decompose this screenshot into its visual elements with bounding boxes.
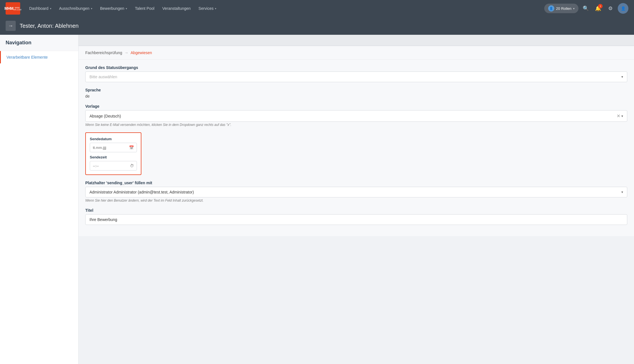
arrow-icon: →	[8, 23, 13, 29]
field-sending-user: Platzhalter 'sending_user' füllen mit Ad…	[85, 181, 627, 202]
field-sprache: Sprache de	[85, 88, 627, 98]
form-body: Grund des Statusübergangs Bitte auswähle…	[79, 60, 634, 236]
sidebar-item-verarbeitbare-elemente[interactable]: Verarbeitbare Elemente	[0, 51, 78, 63]
field-grund: Grund des Statusübergangs Bitte auswähle…	[85, 65, 627, 82]
sidebar-heading: Navigation	[0, 35, 78, 51]
titel-input[interactable]	[85, 214, 627, 225]
notifications-button[interactable]: 🔔 1	[593, 3, 603, 13]
grund-placeholder: Bitte auswählen	[89, 75, 117, 79]
sendedatum-placeholder: tt.mm.jjjj	[93, 146, 127, 150]
chevron-down-icon: ▾	[215, 7, 216, 10]
chevron-down-icon: ▾	[91, 7, 92, 10]
field-sprache-label: Sprache	[85, 88, 627, 92]
chevron-down-icon: ▾	[621, 75, 623, 79]
vorlage-clear-button[interactable]: ✕	[617, 113, 620, 119]
chevron-down-icon: ▾	[126, 7, 127, 10]
nav-talentpool[interactable]: Talent Pool	[132, 4, 158, 13]
nav-services[interactable]: Services ▾	[195, 4, 220, 13]
page-header: → Tester, Anton: Ablehnen	[0, 17, 634, 35]
field-grund-label: Grund des Statusübergangs	[85, 65, 627, 70]
settings-button[interactable]: ⚙	[605, 3, 615, 13]
breadcrumb-left: Fachbereichsprüfung	[85, 50, 122, 55]
sendedatum-label: Sendedatum	[90, 137, 137, 141]
vorlage-value: Absage (Deutsch)	[89, 114, 121, 118]
sending-user-select[interactable]: Administrator Administrator (admin@test.…	[85, 187, 627, 197]
chevron-down-icon: ▾	[50, 7, 51, 10]
search-button[interactable]: 🔍	[581, 3, 591, 13]
field-vorlage-label: Vorlage	[85, 104, 627, 109]
gear-icon: ⚙	[608, 5, 613, 11]
content-area: Fachbereichsprüfung → Abgewiesen Grund d…	[79, 35, 634, 364]
sendezeit-input[interactable]: --:-- ⏱	[90, 161, 137, 171]
calendar-icon: 📅	[129, 145, 134, 150]
vorlage-actions: ✕ ▾	[617, 113, 623, 119]
grund-select[interactable]: Bitte auswählen ▾	[85, 72, 627, 82]
navbar: MHM MHM-HR.COM Dashboard ▾ Ausschreibung…	[0, 0, 634, 17]
nav-menu: Dashboard ▾ Ausschreibungen ▾ Bewerbunge…	[26, 4, 544, 13]
nav-bewerbungen[interactable]: Bewerbungen ▾	[97, 4, 130, 13]
vorlage-hint: Wenn Sie keine E-Mail versenden möchten,…	[85, 123, 627, 127]
sending-user-value: Administrator Administrator (admin@test.…	[89, 190, 194, 194]
field-vorlage: Vorlage Absage (Deutsch) ✕ ▾ Wenn Sie ke…	[85, 104, 627, 127]
titel-label: Titel	[85, 208, 627, 213]
vorlage-select[interactable]: Absage (Deutsch) ✕ ▾	[85, 110, 627, 122]
sendezeit-placeholder: --:--	[93, 164, 128, 168]
page-title: Tester, Anton: Ablehnen	[20, 23, 79, 29]
sending-user-hint: Wenn Sie hier den Benutzer ändern, wird …	[85, 199, 627, 202]
field-titel: Titel	[85, 208, 627, 225]
breadcrumb: Fachbereichsprüfung → Abgewiesen	[79, 46, 634, 60]
brand-logo[interactable]: MHM MHM-HR.COM	[6, 2, 20, 15]
navbar-actions: 👤 20 Rollen ▾ 🔍 🔔 1 ⚙ 👤	[544, 3, 628, 14]
roles-button[interactable]: 👤 20 Rollen ▾	[544, 4, 578, 13]
main-layout: Navigation Verarbeitbare Elemente Fachbe…	[0, 35, 634, 364]
search-icon: 🔍	[583, 5, 589, 11]
sprache-value: de	[85, 94, 627, 98]
roles-icon: 👤	[548, 5, 554, 11]
user-avatar[interactable]: 👤	[618, 3, 628, 14]
nav-dashboard[interactable]: Dashboard ▾	[26, 4, 55, 13]
nav-veranstaltungen[interactable]: Veranstaltungen	[159, 4, 194, 13]
send-datetime-box: Sendedatum tt.mm.jjjj 📅 Sendezeit --:-- …	[85, 132, 141, 175]
clock-icon: ⏱	[130, 163, 134, 168]
page-header-icon: →	[6, 21, 16, 31]
sending-user-label: Platzhalter 'sending_user' füllen mit	[85, 181, 627, 185]
breadcrumb-current: Abgewiesen	[131, 50, 152, 55]
nav-ausschreibungen[interactable]: Ausschreibungen ▾	[56, 4, 96, 13]
chevron-down-icon: ▾	[621, 190, 623, 194]
form-panel: Fachbereichsprüfung → Abgewiesen Grund d…	[79, 46, 634, 236]
chevron-down-icon: ▾	[573, 7, 575, 10]
field-sendedatum-group: Sendedatum tt.mm.jjjj 📅 Sendezeit --:-- …	[85, 132, 627, 175]
breadcrumb-arrow-icon: →	[125, 50, 128, 55]
sendezeit-label: Sendezeit	[90, 155, 137, 159]
sendedatum-input[interactable]: tt.mm.jjjj 📅	[90, 143, 137, 152]
chevron-down-icon: ▾	[621, 114, 623, 118]
sidebar: Navigation Verarbeitbare Elemente	[0, 35, 79, 364]
content-top-bar	[79, 35, 634, 46]
